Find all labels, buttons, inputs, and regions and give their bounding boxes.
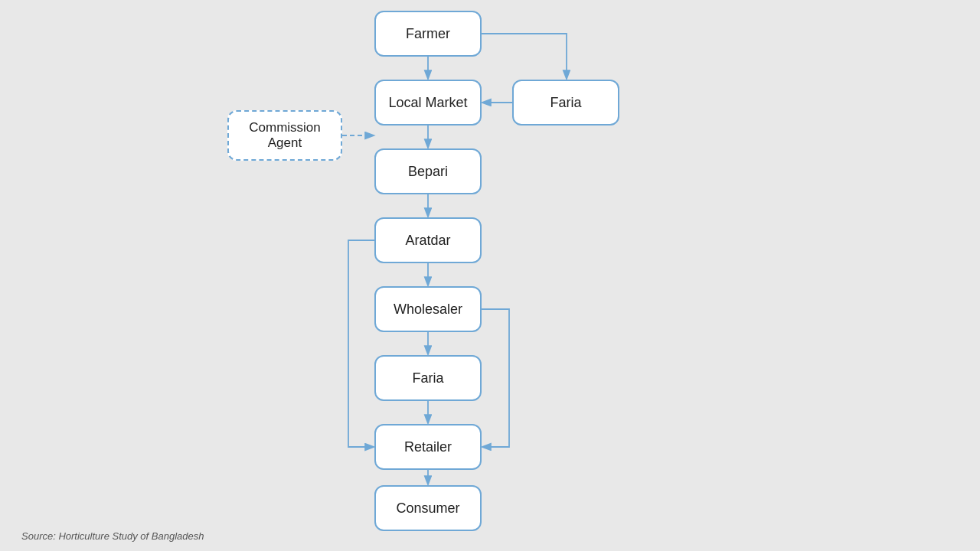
- retailer-label: Retailer: [404, 439, 452, 455]
- local-market-label: Local Market: [388, 95, 467, 111]
- bepari-label: Bepari: [408, 164, 448, 180]
- bepari-node: Bepari: [374, 148, 482, 194]
- faria-top-label: Faria: [550, 95, 581, 111]
- local-market-node: Local Market: [374, 80, 482, 126]
- retailer-node: Retailer: [374, 424, 482, 470]
- diagram-arrows: [0, 0, 980, 551]
- faria-top-node: Faria: [512, 80, 619, 126]
- farmer-node: Farmer: [374, 11, 482, 57]
- aratdar-label: Aratdar: [405, 233, 450, 249]
- consumer-label: Consumer: [396, 500, 459, 517]
- consumer-node: Consumer: [374, 485, 482, 531]
- wholesaler-label: Wholesaler: [394, 302, 462, 318]
- faria-mid-node: Faria: [374, 355, 482, 401]
- wholesaler-node: Wholesaler: [374, 286, 482, 332]
- diagram-container: Farmer Local Market Faria Commission Age…: [0, 0, 980, 551]
- aratdar-node: Aratdar: [374, 217, 482, 263]
- commission-agent-label: Commission Agent: [249, 120, 321, 151]
- farmer-label: Farmer: [406, 26, 450, 42]
- faria-mid-label: Faria: [412, 370, 443, 386]
- commission-agent-node: Commission Agent: [227, 110, 342, 161]
- source-note: Source: Horticulture Study of Bangladesh: [21, 530, 204, 542]
